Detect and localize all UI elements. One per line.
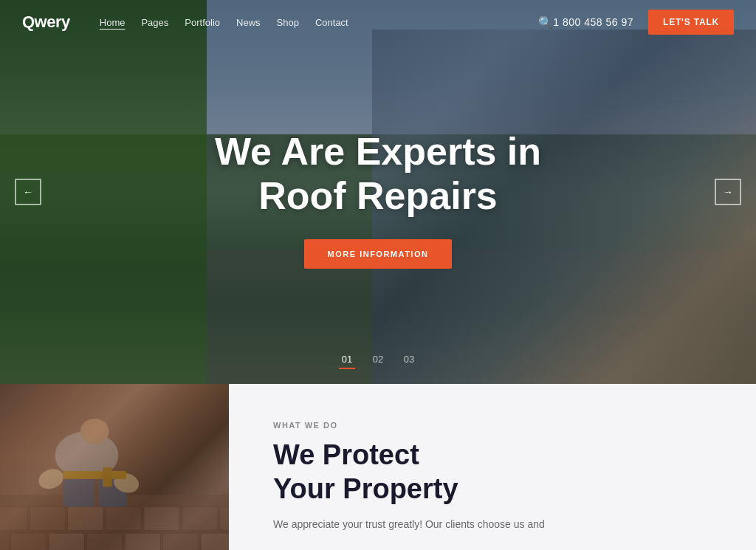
search-icon[interactable]: 🔍 <box>538 16 553 30</box>
nav-item-pages[interactable]: Pages <box>141 16 168 29</box>
phone-number: 1 800 458 56 97 <box>553 16 633 28</box>
hero-title: We Are Experts in Roof Repairs <box>215 130 541 219</box>
hero-dot-1[interactable]: 01 <box>339 354 355 369</box>
hero-dot-line-2 <box>370 368 386 369</box>
nav-item-portfolio[interactable]: Portfolio <box>185 16 220 29</box>
svg-rect-7 <box>220 506 229 530</box>
section-heading: We Protect Your Property <box>273 439 712 506</box>
svg-rect-8 <box>10 533 46 550</box>
section-body: We appreciate your trust greatly! Our cl… <box>273 516 568 532</box>
svg-rect-5 <box>144 506 179 530</box>
nav-item-home[interactable]: Home <box>100 16 126 29</box>
hero-section: We Are Experts in Roof Repairs MORE INFO… <box>0 0 756 384</box>
more-information-button[interactable]: MORE INFORMATION <box>304 239 453 269</box>
section-tag: WHAT WE DO <box>273 421 712 430</box>
lower-section: WHAT WE DO We Protect Your Property We a… <box>0 384 756 550</box>
svg-rect-21 <box>103 467 112 487</box>
hero-prev-arrow[interactable]: ← <box>15 179 41 205</box>
lower-image <box>0 384 229 550</box>
roof-tiles-svg <box>0 384 229 550</box>
svg-rect-12 <box>162 533 198 550</box>
svg-rect-6 <box>182 506 217 530</box>
svg-point-17 <box>80 419 109 444</box>
svg-rect-9 <box>49 533 84 550</box>
hero-next-arrow[interactable]: → <box>715 179 741 205</box>
logo[interactable]: Qwery <box>22 13 70 32</box>
hero-indicators: 01 02 03 <box>339 354 417 369</box>
svg-rect-2 <box>30 506 65 530</box>
hero-content: We Are Experts in Roof Repairs MORE INFO… <box>0 0 756 384</box>
nav-item-contact[interactable]: Contact <box>315 16 348 29</box>
svg-rect-4 <box>106 506 141 530</box>
svg-rect-1 <box>0 506 27 530</box>
nav-item-shop[interactable]: Shop <box>277 16 299 29</box>
svg-rect-3 <box>68 506 103 530</box>
hero-dot-3[interactable]: 03 <box>401 354 417 369</box>
lower-content: WHAT WE DO We Protect Your Property We a… <box>229 384 756 550</box>
hero-dot-2[interactable]: 02 <box>370 354 386 369</box>
hero-dot-line-1 <box>339 368 355 369</box>
nav-item-news[interactable]: News <box>236 16 261 29</box>
svg-rect-11 <box>125 533 160 550</box>
lets-talk-button[interactable]: LET'S TALK <box>648 10 734 35</box>
svg-rect-20 <box>63 471 126 479</box>
navbar: Qwery Home Pages Portfolio News Shop Con… <box>0 0 756 44</box>
nav-links: Home Pages Portfolio News Shop Contact <box>100 16 532 29</box>
svg-rect-13 <box>201 533 229 550</box>
hero-dot-line-3 <box>401 368 417 369</box>
svg-rect-10 <box>86 533 122 550</box>
